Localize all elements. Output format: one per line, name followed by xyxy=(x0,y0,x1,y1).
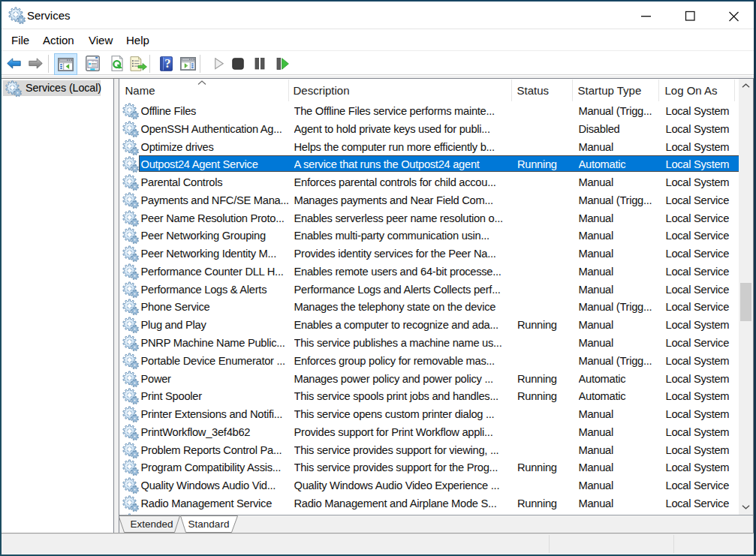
service-row[interactable]: Outpost24 Agent ServiceA service that ru… xyxy=(119,155,739,173)
menu-action[interactable]: Action xyxy=(43,29,74,50)
service-row[interactable]: Peer Networking GroupingEnables multi-pa… xyxy=(119,227,739,245)
service-status: Running xyxy=(517,370,568,387)
service-name: Optimize drives xyxy=(141,138,288,155)
service-gear-icon xyxy=(122,103,138,119)
scroll-down-icon[interactable] xyxy=(742,505,750,509)
refresh-icon xyxy=(110,56,125,71)
back-button[interactable] xyxy=(3,53,24,74)
forward-button[interactable] xyxy=(25,53,46,74)
service-row[interactable]: Printer Extensions and Notifi...This ser… xyxy=(119,405,739,423)
service-status xyxy=(517,405,568,422)
scrollbar-thumb[interactable] xyxy=(740,283,751,321)
service-row[interactable]: Peer Networking Identity M...Provides id… xyxy=(119,245,739,263)
column-divider[interactable] xyxy=(572,80,573,101)
service-gear-icon xyxy=(122,227,138,243)
column-header-status[interactable]: Status xyxy=(517,79,550,101)
service-row[interactable]: Phone ServiceManages the telephony state… xyxy=(119,298,739,316)
export-list-button[interactable] xyxy=(128,53,149,74)
scroll-up-icon[interactable] xyxy=(742,83,750,88)
help-button[interactable]: ? xyxy=(155,53,176,74)
service-row[interactable]: PNRP Machine Name Public...This service … xyxy=(119,334,739,352)
service-name: Quality Windows Audio Vid... xyxy=(141,476,288,494)
service-row[interactable]: PrintWorkflow_3ef4b62Provides support fo… xyxy=(119,423,739,441)
service-row[interactable]: Performance Counter DLL H...Enables remo… xyxy=(119,263,739,281)
show-hide-console-tree-button[interactable] xyxy=(54,53,77,75)
status-bar xyxy=(2,533,754,554)
toolbar: ? xyxy=(2,50,754,75)
tab-extended[interactable]: Extended xyxy=(129,515,174,533)
service-log-on-as: Local Service xyxy=(666,227,736,244)
tree-item-label: Services (Local) xyxy=(26,79,101,97)
service-row[interactable]: PowerManages power policy and power poli… xyxy=(119,370,739,388)
service-status xyxy=(517,263,568,280)
restart-service-button[interactable] xyxy=(272,53,293,74)
service-row[interactable]: Optimize drivesHelps the computer run mo… xyxy=(119,138,739,156)
service-status xyxy=(517,102,568,119)
service-row[interactable]: Plug and PlayEnables a computer to recog… xyxy=(119,316,739,334)
service-startup-type: Manual (Trigg... xyxy=(579,191,656,209)
column-divider[interactable] xyxy=(288,80,289,101)
service-log-on-as: Local System xyxy=(666,173,736,191)
service-row[interactable]: Quality Windows Audio Vid...Quality Wind… xyxy=(119,476,739,494)
service-description: Performance Logs and Alerts Collects per… xyxy=(294,281,508,298)
column-header-log-on-as[interactable]: Log On As xyxy=(665,79,718,101)
service-gear-icon xyxy=(122,317,138,332)
menu-view[interactable]: View xyxy=(89,29,113,50)
service-row[interactable]: Parental ControlsEnforces parental contr… xyxy=(119,173,739,191)
service-row[interactable]: Peer Name Resolution Proto...Enables ser… xyxy=(119,209,739,227)
maximize-button[interactable] xyxy=(667,2,710,29)
service-row[interactable]: Problem Reports Control Pa...This servic… xyxy=(119,441,739,459)
service-gear-icon xyxy=(122,495,138,511)
service-row[interactable]: Payments and NFC/SE Mana...Manages payme… xyxy=(119,191,739,209)
service-startup-type: Manual xyxy=(579,405,656,422)
service-log-on-as: Local System xyxy=(666,120,736,137)
service-row[interactable]: Offline FilesThe Offline Files service p… xyxy=(119,102,739,120)
service-row[interactable]: Program Compatibility Assis...This servi… xyxy=(119,458,739,476)
menu-file[interactable]: File xyxy=(11,29,29,50)
properties-button[interactable] xyxy=(82,53,103,74)
service-row[interactable]: Performance Logs & AlertsPerformance Log… xyxy=(119,281,739,299)
service-description: Provides identity services for the Peer … xyxy=(294,245,508,262)
close-button[interactable] xyxy=(710,2,754,29)
service-status xyxy=(517,245,568,262)
svg-text:?: ? xyxy=(164,56,170,71)
refresh-button[interactable] xyxy=(107,53,128,74)
show-hide-action-pane-button[interactable] xyxy=(177,53,198,74)
start-service-button[interactable] xyxy=(209,53,230,74)
export-list-icon xyxy=(130,56,147,71)
column-divider[interactable] xyxy=(734,80,735,101)
window-title: Services xyxy=(27,2,71,29)
pause-service-button[interactable] xyxy=(249,53,270,74)
service-log-on-as: Local Service xyxy=(666,298,736,315)
column-divider[interactable] xyxy=(658,80,659,101)
service-log-on-as: Local System xyxy=(666,405,736,422)
service-row[interactable]: Radio Management ServiceRadio Management… xyxy=(119,494,739,512)
service-status: Running xyxy=(517,494,568,512)
service-description: Enables serverless peer name resolution … xyxy=(294,209,508,227)
service-name: Plug and Play xyxy=(141,316,288,333)
minimize-button[interactable] xyxy=(623,2,667,29)
service-row[interactable]: Portable Device Enumerator ...Enforces g… xyxy=(119,352,739,370)
column-divider[interactable] xyxy=(511,80,512,101)
service-status: Running xyxy=(517,387,568,404)
service-gear-icon xyxy=(122,335,138,350)
column-header-name[interactable]: Name xyxy=(125,79,155,101)
service-status xyxy=(517,209,568,227)
column-header-description[interactable]: Description xyxy=(294,79,350,101)
menu-help[interactable]: Help xyxy=(126,29,149,50)
pause-icon xyxy=(255,58,265,70)
service-status xyxy=(517,352,568,369)
service-gear-icon xyxy=(122,388,138,404)
window-border[interactable] xyxy=(0,0,2,556)
service-name: Performance Logs & Alerts xyxy=(141,281,288,298)
service-description: Manages payments and Near Field Com... xyxy=(294,191,508,209)
service-name: Printer Extensions and Notifi... xyxy=(141,405,288,422)
column-header-startup-type[interactable]: Startup Type xyxy=(578,79,642,101)
service-description: Enables a computer to recognize and ada.… xyxy=(294,316,508,333)
service-name: Power xyxy=(141,370,288,387)
tab-standard[interactable]: Standard xyxy=(186,515,231,533)
stop-service-button[interactable] xyxy=(227,53,248,74)
title-bar: Services xyxy=(2,2,754,29)
service-row[interactable]: OpenSSH Authentication Ag...Agent to hol… xyxy=(119,120,739,138)
service-row[interactable]: Print SpoolerThis service spools print j… xyxy=(119,387,739,405)
